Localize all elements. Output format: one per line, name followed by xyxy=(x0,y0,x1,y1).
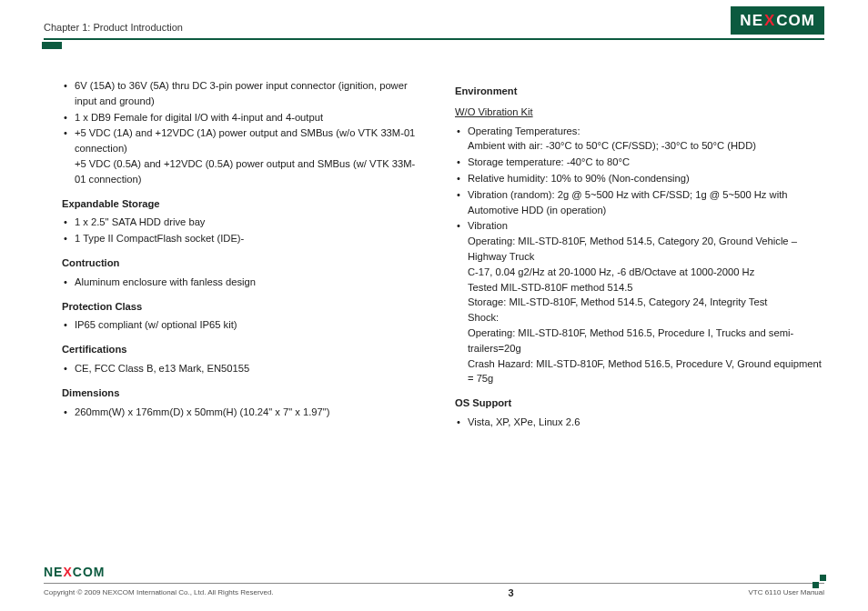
list-item: VibrationOperating: MIL-STD-810F, Method… xyxy=(455,218,824,386)
footer-squares-icon xyxy=(812,575,826,588)
chapter-title: Chapter 1: Product Introduction xyxy=(44,20,183,35)
logo-pre: NE xyxy=(740,9,763,33)
heading-construction: Contruction xyxy=(62,255,426,271)
list-item: +5 VDC (1A) and +12VDC (1A) power output… xyxy=(62,125,426,186)
expandable-list: 1 x 2.5" SATA HDD drive bay 1 Type II Co… xyxy=(62,215,426,246)
list-item: 1 Type II CompactFlash socket (IDE)- xyxy=(62,231,426,246)
heading-environment: Environment xyxy=(455,84,824,99)
list-item: 1 x 2.5" SATA HDD drive bay xyxy=(62,215,426,230)
logo-x: X xyxy=(764,9,775,33)
heading-certifications: Certifications xyxy=(62,342,426,357)
heading-dimensions: Dimensions xyxy=(62,386,426,401)
subheading-wo-vibration: W/O Vibration Kit xyxy=(455,105,533,120)
footer-rule xyxy=(44,583,824,584)
list-item: CE, FCC Class B, e13 Mark, EN50155 xyxy=(62,361,426,376)
list-item: 1 x DB9 Female for digital I/O with 4-in… xyxy=(62,110,426,125)
logo-pre: NE xyxy=(44,563,63,582)
page-number: 3 xyxy=(508,586,513,601)
list-item: 260mm(W) x 176mm(D) x 50mm(H) (10.24" x … xyxy=(62,405,426,420)
top-list: 6V (15A) to 36V (5A) thru DC 3-pin power… xyxy=(62,78,426,187)
heading-protection: Protection Class xyxy=(62,299,426,315)
list-item: IP65 compliant (w/ optional IP65 kit) xyxy=(62,317,426,333)
list-item: Vista, XP, XPe, Linux 2.6 xyxy=(455,415,824,430)
cert-list: CE, FCC Class B, e13 Mark, EN50155 xyxy=(62,361,426,376)
list-item: Relative humidity: 10% to 90% (Non-conde… xyxy=(455,171,824,186)
logo-x: X xyxy=(63,563,72,582)
list-item: 6V (15A) to 36V (5A) thru DC 3-pin power… xyxy=(62,78,426,109)
page-header: Chapter 1: Product Introduction NEXCOM xyxy=(0,0,868,35)
logo-post: COM xyxy=(73,563,106,582)
env-list: Operating Temperatures:Ambient with air:… xyxy=(455,124,824,387)
tab-marker xyxy=(42,42,62,49)
os-list: Vista, XP, XPe, Linux 2.6 xyxy=(455,415,824,430)
list-item: Storage temperature: -40°C to 80°C xyxy=(455,155,824,170)
left-column: 6V (15A) to 36V (5A) thru DC 3-pin power… xyxy=(62,78,426,439)
logo-header: NEXCOM xyxy=(731,6,824,35)
list-item: Vibration (random): 2g @ 5~500 Hz with C… xyxy=(455,187,824,218)
page-footer: NEXCOM Copyright © 2009 NEXCOM Internati… xyxy=(44,563,824,601)
logo-footer: NEXCOM xyxy=(44,563,105,582)
copyright: Copyright © 2009 NEXCOM International Co… xyxy=(44,587,274,598)
dim-list: 260mm(W) x 176mm(D) x 50mm(H) (10.24" x … xyxy=(62,405,426,420)
heading-os-support: OS Support xyxy=(455,396,824,411)
content: 6V (15A) to 36V (5A) thru DC 3-pin power… xyxy=(0,40,868,439)
heading-expandable-storage: Expandable Storage xyxy=(62,196,426,212)
construction-list: Aluminum enclosure with fanless design xyxy=(62,275,426,290)
logo-post: COM xyxy=(776,9,815,33)
right-column: Environment W/O Vibration Kit Operating … xyxy=(455,78,824,439)
protection-list: IP65 compliant (w/ optional IP65 kit) xyxy=(62,317,426,333)
list-item: Aluminum enclosure with fanless design xyxy=(62,275,426,290)
list-item: Operating Temperatures:Ambient with air:… xyxy=(455,124,824,155)
manual-name: VTC 6110 User Manual xyxy=(748,587,824,598)
